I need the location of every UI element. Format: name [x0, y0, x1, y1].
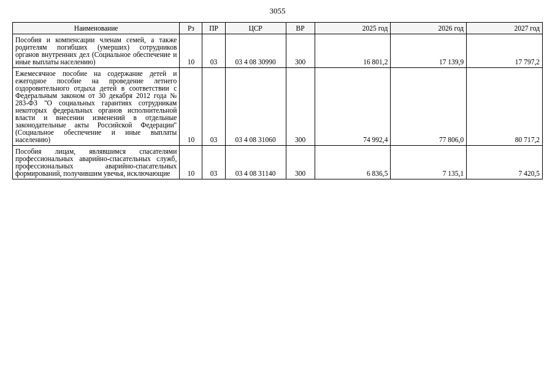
header-2026: 2026 год — [391, 23, 467, 34]
cell-name: Пособия и компенсации членам семей, а та… — [13, 34, 180, 68]
table-row: Пособия лицам, являвшимся спасателями пр… — [13, 146, 543, 179]
cell-2027: 80 717,2 — [467, 68, 543, 146]
cell-2026: 17 139,9 — [391, 34, 467, 68]
header-pr: ПР — [202, 23, 225, 34]
header-2025: 2025 год — [315, 23, 391, 34]
cell-2025: 74 992,4 — [315, 68, 391, 146]
budget-table: Наименование Рз ПР ЦСР ВР 2025 год 2026 … — [12, 22, 543, 179]
table-row: Ежемесячное пособие на содержание детей … — [13, 68, 543, 146]
cell-csr: 03 4 08 31140 — [225, 146, 286, 179]
cell-csr: 03 4 08 30990 — [225, 34, 286, 68]
cell-2026: 7 135,1 — [391, 146, 467, 179]
table-row: Пособия и компенсации членам семей, а та… — [13, 34, 543, 68]
cell-csr: 03 4 08 31060 — [225, 68, 286, 146]
cell-rz: 10 — [180, 34, 202, 68]
cell-2025: 16 801,2 — [315, 34, 391, 68]
cell-name: Ежемесячное пособие на содержание детей … — [13, 68, 180, 146]
cell-pr: 03 — [202, 68, 225, 146]
header-name: Наименование — [13, 23, 180, 34]
cell-2026: 77 806,0 — [391, 68, 467, 146]
header-csr: ЦСР — [225, 23, 286, 34]
page-number: 3055 — [12, 6, 543, 16]
cell-vr: 300 — [286, 68, 315, 146]
cell-2027: 7 420,5 — [467, 146, 543, 179]
cell-rz: 10 — [180, 146, 202, 179]
cell-rz: 10 — [180, 68, 202, 146]
cell-name: Пособия лицам, являвшимся спасателями пр… — [13, 146, 180, 179]
header-rz: Рз — [180, 23, 202, 34]
cell-vr: 300 — [286, 34, 315, 68]
header-vr: ВР — [286, 23, 315, 34]
cell-vr: 300 — [286, 146, 315, 179]
cell-2027: 17 797,2 — [467, 34, 543, 68]
cell-2025: 6 836,5 — [315, 146, 391, 179]
header-2027: 2027 год — [467, 23, 543, 34]
cell-pr: 03 — [202, 146, 225, 179]
cell-pr: 03 — [202, 34, 225, 68]
